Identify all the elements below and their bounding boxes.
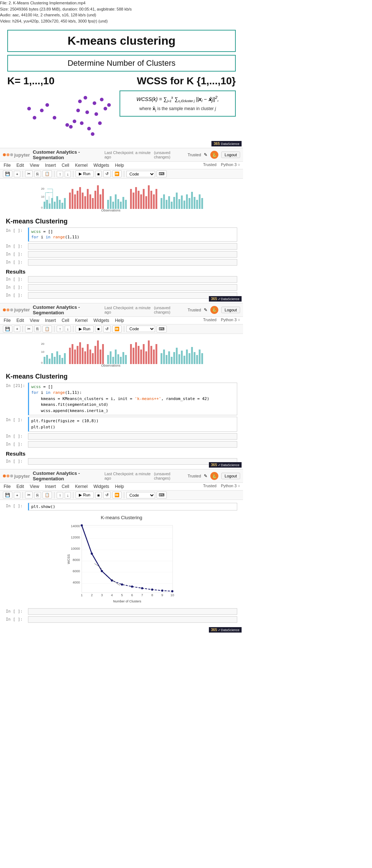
svg-rect-76 [178,199,180,209]
trusted-label-2: Trusted [187,308,201,312]
save-btn-2[interactable]: 💾 [3,326,12,332]
svg-point-2 [33,116,36,120]
cell-body-1-3[interactable] [28,259,237,266]
menu-file-1[interactable]: File [3,162,11,168]
move-up-btn-2[interactable]: ↑ [57,326,63,332]
cell-body-2-3[interactable] [28,441,237,448]
svg-point-7 [76,109,80,112]
move-down-btn-2[interactable]: ↓ [65,326,71,332]
run-btn-3[interactable]: ▶ Run [76,492,93,498]
restart-btn-1[interactable]: ↺ [103,170,111,177]
copy-btn-1[interactable]: ⎘ [34,171,41,177]
cell-body-1-1[interactable] [28,243,237,250]
menu-edit-2[interactable]: Edit [16,318,25,323]
copy-btn-3[interactable]: ⎘ [34,492,41,498]
menu-edit-3[interactable]: Edit [16,484,25,489]
move-up-btn-3[interactable]: ↑ [57,492,63,498]
keyboard-btn-2[interactable]: ⌨ [157,326,167,332]
save-btn-3[interactable]: 💾 [3,492,12,498]
toolbar-3: 💾 + ✂ ⎘ 📋 ↑ ↓ ▶ Run ■ ↺ ⏩ Code Markdown … [0,490,243,500]
edit-icon-3[interactable]: ✎ [204,473,207,479]
menu-file-2[interactable]: File [3,318,11,323]
menu-cell-2[interactable]: Cell [61,318,70,323]
svg-text:Observations: Observations [101,364,121,367]
result-body-2-0[interactable] [28,458,237,465]
cut-btn-3[interactable]: ✂ [25,492,33,498]
cell-body-3-show[interactable]: plt.show() [28,503,237,510]
save-btn-1[interactable]: 💾 [3,170,12,177]
svg-rect-72 [168,196,170,209]
menu-widgets-2[interactable]: Widgets [93,318,110,323]
menu-kernel-2[interactable]: Kernel [74,318,89,323]
menu-edit-1[interactable]: Edit [16,162,25,168]
cut-btn-1[interactable]: ✂ [25,170,33,177]
logout-btn-3[interactable]: Logout [221,473,240,479]
restart-btn-3[interactable]: ↺ [103,492,111,498]
interrupt-btn-1[interactable]: ■ [95,171,102,177]
svg-rect-137 [173,352,175,364]
nb-content-1: 20 10 0 Observations K-means Clustering … [0,179,243,303]
svg-rect-104 [82,348,84,364]
keyboard-btn-3[interactable]: ⌨ [157,492,167,498]
cell-type-select-3[interactable]: Code Markdown [126,492,155,498]
result-body-1-2[interactable] [28,292,237,299]
paste-btn-2[interactable]: 📋 [43,326,52,332]
move-up-btn-1[interactable]: ↑ [57,171,63,177]
result-body-1-0[interactable] [28,276,237,283]
logout-btn-2[interactable]: Logout [221,307,240,313]
add-cell-btn-1[interactable]: + [14,171,20,177]
menu-insert-1[interactable]: Insert [44,162,57,168]
menu-widgets-3[interactable]: Widgets [93,484,110,489]
move-down-btn-3[interactable]: ↓ [65,492,71,498]
menu-view-3[interactable]: View [29,484,40,489]
menu-kernel-3[interactable]: Kernel [74,484,89,489]
add-cell-btn-2[interactable]: + [14,326,20,332]
menu-file-3[interactable]: File [3,484,11,489]
paste-btn-1[interactable]: 📋 [43,170,52,177]
restart-run-btn-2[interactable]: ⏩ [112,326,122,332]
restart-run-btn-1[interactable]: ⏩ [112,170,122,177]
edit-icon-1[interactable]: ✎ [204,152,207,157]
cell-body-1-2[interactable] [28,251,237,258]
cell-body-2-0[interactable]: wcss = [] for i in range(1,11): kmeans =… [28,383,237,416]
menu-help-3[interactable]: Help [114,484,125,489]
result-body-1-1[interactable] [28,284,237,291]
cell-body-3-0[interactable] [28,608,237,615]
cut-btn-2[interactable]: ✂ [25,326,33,332]
logout-btn-1[interactable]: Logout [221,152,240,158]
restart-btn-2[interactable]: ↺ [103,326,111,332]
cell-type-select-2[interactable]: Code Markdown [126,326,155,332]
menu-help-2[interactable]: Help [114,318,125,323]
cell-body-2-2[interactable] [28,433,237,440]
move-down-btn-1[interactable]: ↓ [65,171,71,177]
restart-run-btn-3[interactable]: ⏩ [112,492,122,498]
svg-point-8 [85,110,89,114]
interrupt-btn-3[interactable]: ■ [95,492,102,498]
menu-kernel-1[interactable]: Kernel [74,162,89,168]
cell-body-3-1[interactable] [28,616,237,623]
result-label-1-0: In [ ]: [6,276,26,282]
paste-btn-3[interactable]: 📋 [43,492,52,498]
menu-insert-2[interactable]: Insert [44,318,57,323]
keyboard-btn-1[interactable]: ⌨ [157,170,167,177]
menu-widgets-1[interactable]: Widgets [93,162,110,168]
edit-icon-2[interactable]: ✎ [204,307,207,312]
menu-insert-3[interactable]: Insert [44,484,57,489]
run-btn-1[interactable]: ▶ Run [76,170,93,177]
svg-rect-56 [122,197,124,209]
cell-body-1-0[interactable]: wcss = [] for i in range(1,11) [28,227,237,242]
interrupt-btn-2[interactable]: ■ [95,326,102,332]
menu-bar-2: File Edit View Insert Cell Kernel Widget… [0,317,243,324]
menu-help-1[interactable]: Help [114,162,125,168]
menu-cell-1[interactable]: Cell [61,162,70,168]
add-cell-btn-3[interactable]: + [14,492,20,498]
menu-view-2[interactable]: View [29,318,40,323]
cell-body-2-1[interactable]: plt.figure(figsize = (10,8)) plt.plot() [28,417,237,432]
copy-btn-2[interactable]: ⎘ [34,326,41,332]
menu-cell-3[interactable]: Cell [61,484,70,489]
svg-rect-97 [61,358,63,364]
run-btn-2[interactable]: ▶ Run [76,326,93,332]
menu-view-1[interactable]: View [29,162,40,168]
cell-type-select-1[interactable]: Code Markdown [126,171,155,177]
svg-rect-45 [92,198,94,209]
